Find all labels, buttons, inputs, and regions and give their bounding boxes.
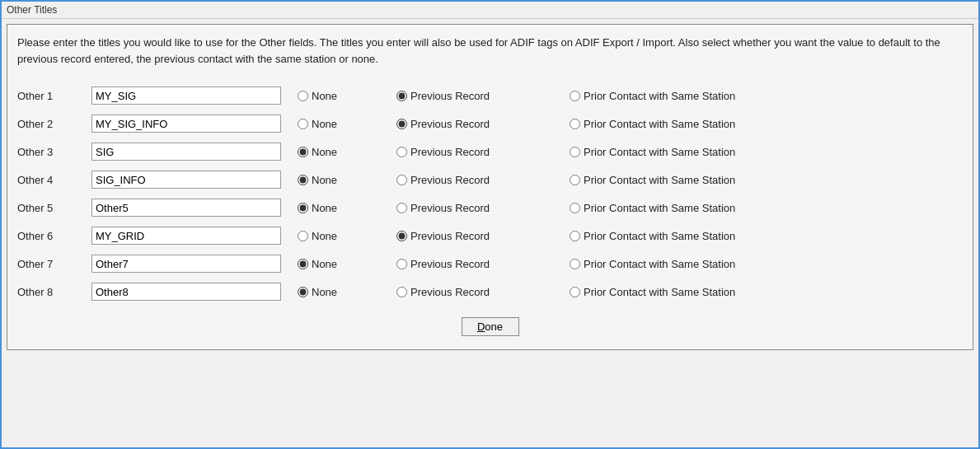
input-other5[interactable] <box>91 199 281 217</box>
radio-other8-previous_record[interactable]: Previous Record <box>396 286 570 298</box>
content-area: Please enter the titles you would like t… <box>7 24 973 350</box>
radio-label-prior_contact: Prior Contact with Same Station <box>584 258 735 270</box>
radio-other5-previous_record[interactable]: Previous Record <box>396 202 570 214</box>
radio-label-none: None <box>312 174 337 186</box>
radio-other7-none[interactable]: None <box>298 258 396 270</box>
radio-label-prior_contact: Prior Contact with Same Station <box>584 90 735 102</box>
radio-label-prior_contact: Prior Contact with Same Station <box>584 230 735 242</box>
radio-group-other3: NonePrevious RecordPrior Contact with Sa… <box>298 146 800 158</box>
table-row: Other 3NonePrevious RecordPrior Contact … <box>17 138 963 166</box>
input-other8[interactable] <box>91 283 281 301</box>
table-row: Other 2NonePrevious RecordPrior Contact … <box>17 110 963 138</box>
input-other2[interactable] <box>91 115 281 133</box>
row-label-other8: Other 8 <box>17 286 91 298</box>
radio-label-previous_record: Previous Record <box>410 286 490 298</box>
radio-other3-previous_record[interactable]: Previous Record <box>396 146 570 158</box>
row-label-other4: Other 4 <box>17 174 91 186</box>
radio-group-other8: NonePrevious RecordPrior Contact with Sa… <box>298 286 800 298</box>
radio-label-none: None <box>312 230 337 242</box>
radio-other1-prior_contact[interactable]: Prior Contact with Same Station <box>570 90 800 102</box>
radio-label-previous_record: Previous Record <box>410 90 490 102</box>
row-label-other7: Other 7 <box>17 258 91 270</box>
input-other7[interactable] <box>91 255 281 273</box>
table-row: Other 4NonePrevious RecordPrior Contact … <box>17 166 963 194</box>
radio-label-previous_record: Previous Record <box>410 258 490 270</box>
row-label-other5: Other 5 <box>17 202 91 214</box>
row-label-other2: Other 2 <box>17 118 91 130</box>
radio-label-previous_record: Previous Record <box>410 146 490 158</box>
window-title: Other Titles <box>7 4 57 16</box>
radio-other4-none[interactable]: None <box>298 174 396 186</box>
radio-label-none: None <box>312 202 337 214</box>
table-row: Other 7NonePrevious RecordPrior Contact … <box>17 250 963 278</box>
radio-other6-none[interactable]: None <box>298 230 396 242</box>
radio-label-none: None <box>312 118 337 130</box>
radio-other5-none[interactable]: None <box>298 202 396 214</box>
radio-other6-previous_record[interactable]: Previous Record <box>396 230 570 242</box>
radio-group-other2: NonePrevious RecordPrior Contact with Sa… <box>298 118 800 130</box>
radio-group-other4: NonePrevious RecordPrior Contact with Sa… <box>298 174 800 186</box>
done-button[interactable]: Done <box>462 317 519 336</box>
radio-group-other6: NonePrevious RecordPrior Contact with Sa… <box>298 230 800 242</box>
input-other6[interactable] <box>91 227 281 245</box>
radio-group-other7: NonePrevious RecordPrior Contact with Sa… <box>298 258 800 270</box>
description-text: Please enter the titles you would like t… <box>17 35 963 67</box>
radio-other3-none[interactable]: None <box>298 146 396 158</box>
radio-other7-prior_contact[interactable]: Prior Contact with Same Station <box>570 258 800 270</box>
radio-other4-prior_contact[interactable]: Prior Contact with Same Station <box>570 174 800 186</box>
radio-other8-none[interactable]: None <box>298 286 396 298</box>
radio-other1-none[interactable]: None <box>298 90 396 102</box>
radio-label-none: None <box>312 146 337 158</box>
done-row: Done <box>17 317 963 336</box>
radio-other2-none[interactable]: None <box>298 118 396 130</box>
table-row: Other 6NonePrevious RecordPrior Contact … <box>17 222 963 250</box>
radio-other6-prior_contact[interactable]: Prior Contact with Same Station <box>570 230 800 242</box>
radio-label-previous_record: Previous Record <box>410 118 490 130</box>
radio-label-prior_contact: Prior Contact with Same Station <box>584 146 735 158</box>
radio-label-previous_record: Previous Record <box>410 202 490 214</box>
rows-container: Other 1NonePrevious RecordPrior Contact … <box>17 82 963 306</box>
radio-label-none: None <box>312 258 337 270</box>
row-label-other3: Other 3 <box>17 146 91 158</box>
radio-label-previous_record: Previous Record <box>410 230 490 242</box>
radio-other4-previous_record[interactable]: Previous Record <box>396 174 570 186</box>
radio-group-other5: NonePrevious RecordPrior Contact with Sa… <box>298 202 800 214</box>
radio-other2-previous_record[interactable]: Previous Record <box>396 118 570 130</box>
radio-other7-previous_record[interactable]: Previous Record <box>396 258 570 270</box>
radio-other5-prior_contact[interactable]: Prior Contact with Same Station <box>570 202 800 214</box>
input-other1[interactable] <box>91 87 281 105</box>
radio-group-other1: NonePrevious RecordPrior Contact with Sa… <box>298 90 800 102</box>
radio-label-prior_contact: Prior Contact with Same Station <box>584 174 735 186</box>
title-bar: Other Titles <box>2 2 978 19</box>
radio-label-prior_contact: Prior Contact with Same Station <box>584 286 735 298</box>
radio-label-none: None <box>312 286 337 298</box>
row-label-other6: Other 6 <box>17 230 91 242</box>
radio-other2-prior_contact[interactable]: Prior Contact with Same Station <box>570 118 800 130</box>
table-row: Other 8NonePrevious RecordPrior Contact … <box>17 278 963 306</box>
main-window: Other Titles Please enter the titles you… <box>0 0 980 449</box>
radio-label-prior_contact: Prior Contact with Same Station <box>584 118 735 130</box>
table-row: Other 5NonePrevious RecordPrior Contact … <box>17 194 963 222</box>
input-other3[interactable] <box>91 143 281 161</box>
radio-label-prior_contact: Prior Contact with Same Station <box>584 202 735 214</box>
radio-other8-prior_contact[interactable]: Prior Contact with Same Station <box>570 286 800 298</box>
radio-other1-previous_record[interactable]: Previous Record <box>396 90 570 102</box>
radio-other3-prior_contact[interactable]: Prior Contact with Same Station <box>570 146 800 158</box>
input-other4[interactable] <box>91 171 281 189</box>
table-row: Other 1NonePrevious RecordPrior Contact … <box>17 82 963 110</box>
radio-label-previous_record: Previous Record <box>410 174 490 186</box>
row-label-other1: Other 1 <box>17 90 91 102</box>
radio-label-none: None <box>312 90 337 102</box>
